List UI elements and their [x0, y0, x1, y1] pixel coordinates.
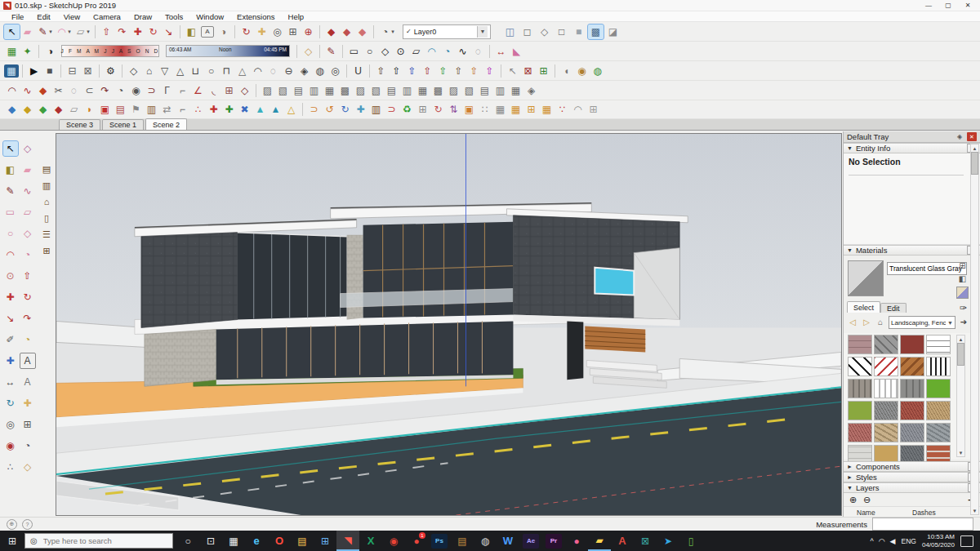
circle-tool-icon[interactable]: ○	[3, 226, 18, 241]
rectangle-tool-icon[interactable]: ▭	[3, 205, 18, 220]
look-around-icon[interactable]: ◔	[20, 438, 35, 453]
entity-info-header[interactable]: ▼ Entity Info ✕	[844, 143, 980, 153]
tab-edit[interactable]: Edit	[880, 303, 906, 313]
chevron-down-icon[interactable]: ▼	[477, 26, 488, 38]
bit-tool-14-icon[interactable]: ▧	[461, 83, 477, 98]
person-dropdown-caret-icon[interactable]: ▾	[390, 24, 396, 39]
draw-freehand-icon[interactable]: ∿	[455, 44, 470, 59]
swatch-pebbles-tan[interactable]	[874, 423, 898, 442]
lumion-livesync-icon[interactable]: ▦	[4, 64, 19, 78]
home-icon[interactable]: ⌂	[875, 318, 886, 328]
yellow-app-icon[interactable]: ▰	[588, 531, 611, 551]
bit-tool-11-icon[interactable]: ▦	[415, 83, 430, 98]
contours-pencil-icon[interactable]: ✎	[323, 44, 339, 59]
draw-arc-icon[interactable]: ◠	[424, 44, 439, 59]
premiere-icon[interactable]: Pr	[546, 534, 562, 549]
swap-icon[interactable]: ⇄	[159, 102, 175, 117]
autocad-icon[interactable]: A	[611, 531, 634, 551]
eraser-tool-icon[interactable]: ▰	[20, 162, 35, 177]
compass-icon[interactable]: ✚	[353, 102, 368, 117]
wire-sphere-icon[interactable]: ◍	[590, 64, 605, 78]
search-input[interactable]	[42, 535, 159, 546]
bit-tool-18-icon[interactable]: ◈	[523, 83, 539, 98]
draw-ellipse-icon[interactable]: ⊙	[393, 44, 408, 59]
menu-extensions[interactable]: Extensions	[230, 12, 281, 21]
play-button-icon[interactable]: ▶	[26, 64, 42, 78]
shaded-textures-style-icon[interactable]: ▩	[588, 24, 604, 39]
grid-small-icon[interactable]: ⊞	[586, 102, 601, 117]
flip-box-icon[interactable]: ⇅	[446, 102, 461, 117]
eraser-tool-icon[interactable]: ▰	[20, 24, 35, 39]
menu-view[interactable]: View	[57, 12, 87, 21]
bit-tool-2-icon[interactable]: ▧	[275, 83, 291, 98]
dots-icon[interactable]: ∷	[477, 102, 492, 117]
scroll-thumb[interactable]	[957, 343, 964, 366]
3d-text-tool-icon[interactable]: A	[20, 375, 35, 389]
scroll-up-icon[interactable]: ▲	[959, 335, 964, 343]
settings-gear-icon[interactable]: ⚙	[103, 64, 118, 78]
fog-icon[interactable]: ◑	[216, 24, 231, 39]
bit-tool-17-icon[interactable]: ▦	[508, 83, 523, 98]
scatter-icon[interactable]: ∵	[555, 102, 570, 117]
excel-icon[interactable]: X	[359, 531, 382, 551]
path-dots-icon[interactable]: ∴	[190, 102, 206, 117]
solid-torus-icon[interactable]: ⊖	[281, 64, 296, 78]
rotate-tool-icon[interactable]: ↻	[145, 24, 161, 39]
follow-me-tool-icon[interactable]: ↷	[20, 311, 35, 326]
x-blue-icon[interactable]: ✖	[237, 102, 252, 117]
rotate-box-icon[interactable]: ↻	[430, 102, 446, 117]
select-tool-icon[interactable]: ↖	[4, 24, 20, 39]
file-explorer-icon[interactable]: ▤	[291, 531, 314, 551]
label-tool-icon[interactable]: A	[201, 26, 214, 38]
material-name-input[interactable]	[887, 262, 967, 275]
create-material-icon[interactable]: ⊞	[957, 260, 969, 271]
select-tool-icon[interactable]: ↖	[3, 141, 18, 156]
brown-box-icon[interactable]: ▥	[144, 102, 159, 117]
curve-tool-2-icon[interactable]: ∿	[20, 83, 35, 98]
menu-draw[interactable]: Draw	[127, 12, 158, 21]
line-tool-icon[interactable]: ✎	[3, 184, 18, 198]
warning-triangle-icon[interactable]: △	[283, 102, 299, 117]
back-edges-style-icon[interactable]: ◻	[519, 24, 535, 39]
solid-prism-icon[interactable]: ⌂	[141, 64, 157, 78]
extrude-n-icon[interactable]: ⇧	[451, 64, 466, 78]
chrome-icon[interactable]: ◉	[382, 531, 405, 551]
solid-ball-icon[interactable]: ◍	[312, 64, 327, 78]
line-dropdown-caret-icon[interactable]: ▾	[47, 24, 54, 39]
bit-tool-1-icon[interactable]: ▨	[260, 83, 275, 98]
menu-help[interactable]: Help	[282, 12, 311, 21]
language-indicator[interactable]: ENG	[902, 537, 916, 545]
rewrap-box-icon[interactable]: ⊞	[536, 64, 551, 78]
telegram-icon[interactable]: ➤	[657, 531, 679, 551]
rotated-rectangle-icon[interactable]: ▱	[20, 205, 35, 220]
extrude-f-icon[interactable]: ⇧	[482, 64, 497, 78]
paint-texture-icon[interactable]: ◧	[957, 273, 969, 284]
walk-tool-icon[interactable]: ∴	[3, 460, 18, 474]
taskbar-clock[interactable]: 10:53 AM 04/05/2020	[922, 533, 955, 549]
move-tool-icon[interactable]: ✚	[3, 290, 18, 304]
offset-tool-icon[interactable]: ⊙	[3, 269, 18, 283]
fence-grid-icon[interactable]: ▦	[492, 102, 508, 117]
axes-tool-icon[interactable]: ✚	[3, 353, 18, 368]
swatch-gravel-gray[interactable]	[874, 401, 898, 420]
undo-orange-icon[interactable]: ↺	[322, 102, 337, 117]
curve-tool-10-icon[interactable]: ⊃	[144, 83, 159, 98]
menu-camera[interactable]: Camera	[87, 12, 127, 21]
shadow-month-slider[interactable]: J F M A M J J A S O N D	[61, 45, 159, 57]
curve-tool-12-icon[interactable]: ⌐	[175, 83, 190, 98]
solid-wedge-icon[interactable]: ▽	[157, 64, 172, 78]
curve-tool-8-icon[interactable]: ◔	[113, 83, 128, 98]
pin-icon[interactable]: ◈	[955, 132, 964, 141]
swatch-wood-weathered[interactable]	[900, 379, 924, 398]
curve-tool-9-icon[interactable]: ◉	[128, 83, 144, 98]
drop-dark-icon[interactable]: ▲	[268, 102, 283, 117]
arc-dropdown-caret-icon[interactable]: ▾	[66, 24, 73, 39]
section-plane-icon[interactable]: ◇	[301, 44, 316, 59]
zoom-window-icon[interactable]: ⊞	[285, 24, 301, 39]
swirl-app-icon[interactable]: ◍	[474, 531, 497, 551]
column-name[interactable]: Name	[844, 509, 912, 517]
action-center-icon[interactable]	[960, 535, 973, 547]
solid-sphere-icon[interactable]: ○	[203, 64, 219, 78]
pink-app-icon[interactable]: ●	[565, 531, 588, 551]
zoom-window-icon[interactable]: ⊞	[20, 417, 35, 432]
